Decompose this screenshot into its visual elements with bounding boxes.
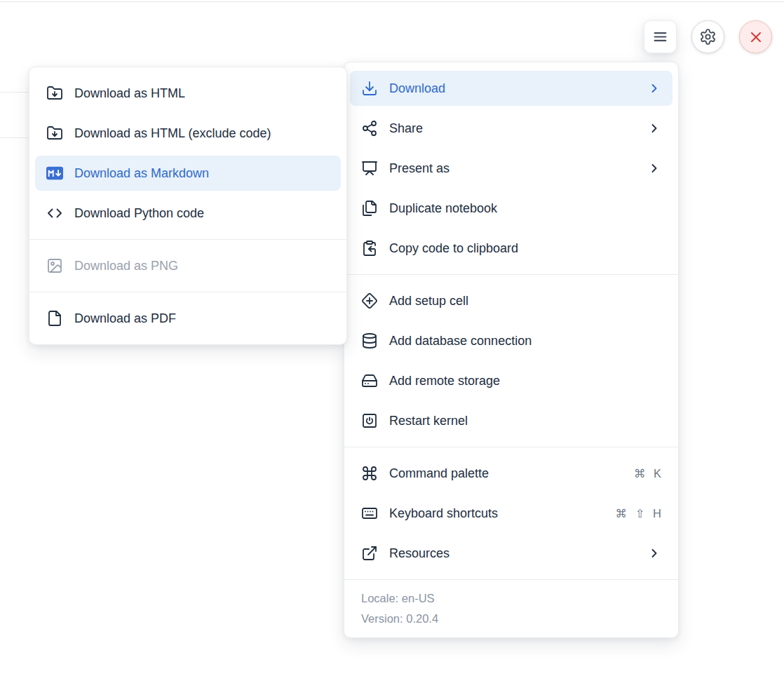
keyboard-icon xyxy=(361,505,378,522)
shortcut-hint: ⌘ K xyxy=(634,467,661,480)
menu-section-1: Download Share Present as xyxy=(344,62,678,274)
page-top-border xyxy=(0,1,784,2)
menu-item-add-setup-cell[interactable]: Add setup cell xyxy=(350,283,673,318)
code-icon xyxy=(46,205,63,222)
menu-item-label: Restart kernel xyxy=(389,414,468,428)
menu-item-resources[interactable]: Resources xyxy=(350,536,673,571)
menu-item-share[interactable]: Share xyxy=(350,111,673,146)
menu-item-download-as-html[interactable]: Download as HTML xyxy=(35,76,341,111)
menu-item-copy-code-to-clipboard[interactable]: Copy code to clipboard xyxy=(350,231,673,266)
chevron-right-icon xyxy=(647,161,661,175)
menu-item-duplicate-notebook[interactable]: Duplicate notebook xyxy=(350,191,673,226)
menu-item-label: Add remote storage xyxy=(389,374,500,388)
menu-item-label: Add setup cell xyxy=(389,294,468,309)
menu-item-command-palette[interactable]: Command palette ⌘ K xyxy=(350,456,673,491)
menu-item-restart-kernel[interactable]: Restart kernel xyxy=(350,403,673,438)
menu-item-keyboard-shortcuts[interactable]: Keyboard shortcuts ⌘ ⇧ H xyxy=(350,496,673,531)
image-icon xyxy=(46,257,63,274)
chevron-right-icon xyxy=(647,81,661,95)
chevron-right-icon xyxy=(647,121,661,135)
gear-icon xyxy=(699,28,717,46)
folder-down-icon xyxy=(46,85,63,102)
chevron-right-icon xyxy=(647,546,661,560)
menu-item-download-as-html-exclude-code[interactable]: Download as HTML (exclude code) xyxy=(35,116,341,151)
menu-item-label: Keyboard shortcuts xyxy=(389,506,498,521)
menu-item-download-python-code[interactable]: Download Python code xyxy=(35,196,341,231)
clipboard-copy-icon xyxy=(361,240,378,257)
menu-item-label: Present as xyxy=(389,161,450,176)
menu-item-label: Resources xyxy=(389,546,450,561)
folder-down-icon xyxy=(46,125,63,142)
external-link-icon xyxy=(361,545,378,562)
diamond-plus-icon xyxy=(361,292,378,309)
menu-item-label: Add database connection xyxy=(389,334,532,349)
menu-section-3: Command palette ⌘ K Keyboard shortcuts ⌘… xyxy=(344,447,678,579)
menu-item-label: Download as HTML (exclude code) xyxy=(74,126,271,141)
menu-item-label: Share xyxy=(389,121,423,136)
menu-item-add-database-connection[interactable]: Add database connection xyxy=(350,323,673,358)
download-icon xyxy=(361,80,378,97)
menu-item-label: Download as PNG xyxy=(74,259,178,273)
notebook-menu: Download Share Present as xyxy=(344,62,679,638)
close-icon xyxy=(748,29,764,46)
database-icon xyxy=(361,332,378,349)
hard-drive-icon xyxy=(361,372,378,389)
menu-item-download[interactable]: Download xyxy=(350,71,673,106)
power-icon xyxy=(361,412,378,429)
menu-item-label: Duplicate notebook xyxy=(389,201,497,216)
submenu-section-1: Download as HTML Download as HTML (exclu… xyxy=(29,67,346,239)
files-icon xyxy=(361,200,378,217)
menu-item-label: Command palette xyxy=(389,466,489,481)
markdown-icon xyxy=(46,165,63,182)
hamburger-icon xyxy=(651,28,669,46)
menu-item-download-as-png: Download as PNG xyxy=(35,248,341,283)
submenu-section-2: Download as PNG xyxy=(29,239,346,292)
download-submenu: Download as HTML Download as HTML (exclu… xyxy=(29,67,347,345)
menu-item-add-remote-storage[interactable]: Add remote storage xyxy=(350,363,673,398)
presentation-icon xyxy=(361,160,378,177)
shortcut-hint: ⌘ ⇧ H xyxy=(616,507,661,520)
menu-item-download-as-markdown[interactable]: Download as Markdown xyxy=(35,156,341,191)
menu-footer: Locale: en-US Version: 0.20.4 xyxy=(344,579,678,637)
menu-item-label: Download Python code xyxy=(74,206,204,221)
background-cell-border xyxy=(0,92,29,93)
menu-section-2: Add setup cell Add database connection A… xyxy=(344,274,678,447)
menu-item-present-as[interactable]: Present as xyxy=(350,151,673,186)
menu-item-label: Copy code to clipboard xyxy=(389,241,518,256)
command-icon xyxy=(361,465,378,482)
menu-item-label: Download as HTML xyxy=(74,86,185,101)
menu-item-label: Download as PDF xyxy=(74,311,176,326)
background-cell-border xyxy=(0,137,29,138)
notebook-menu-button[interactable] xyxy=(644,20,677,53)
menu-item-download-as-pdf[interactable]: Download as PDF xyxy=(35,301,341,336)
file-icon xyxy=(46,310,63,327)
settings-button[interactable] xyxy=(691,20,724,53)
menu-item-label: Download xyxy=(389,81,445,96)
version-text: Version: 0.20.4 xyxy=(361,609,661,629)
submenu-section-3: Download as PDF xyxy=(29,292,346,344)
menu-item-label: Download as Markdown xyxy=(74,166,209,181)
share-icon xyxy=(361,120,378,137)
close-app-button[interactable] xyxy=(739,20,772,53)
locale-text: Locale: en-US xyxy=(361,588,661,609)
